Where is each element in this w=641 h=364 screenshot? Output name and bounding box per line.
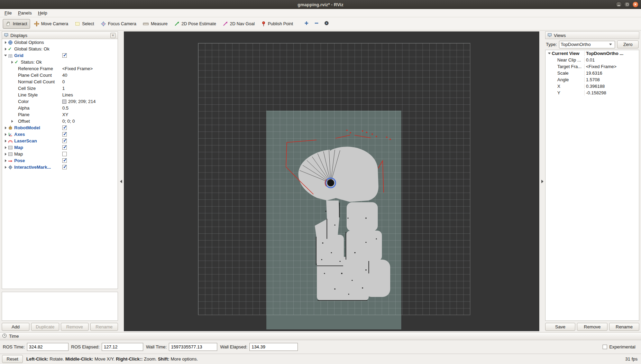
experimental-checkbox[interactable] xyxy=(603,345,607,349)
property-value[interactable]: 1 xyxy=(62,86,65,91)
view-row-angle[interactable]: Angle 1.5708 xyxy=(546,76,639,83)
ros-time-input[interactable] xyxy=(27,343,68,351)
view-row-y[interactable]: Y -0.158298 xyxy=(546,90,639,96)
expand-arrow-icon[interactable] xyxy=(3,159,8,162)
property-row-alpha[interactable]: Alpha 0.5 xyxy=(2,105,118,111)
display-row-map-1[interactable]: Map xyxy=(2,144,118,151)
display-row-map-2[interactable]: Map xyxy=(2,151,118,157)
3d-viewport[interactable] xyxy=(124,31,539,331)
expand-arrow-icon[interactable] xyxy=(3,48,8,50)
time-panel-header[interactable]: Time xyxy=(0,333,641,340)
zero-button[interactable]: Zero xyxy=(617,40,639,48)
display-row-pose[interactable]: Pose xyxy=(2,157,118,164)
displays-panel-header[interactable]: Displays × xyxy=(2,31,118,39)
tool-2d-nav-goal[interactable]: 2D Nav Goal xyxy=(220,19,258,29)
view-row-current-view[interactable]: Current View TopDownOrtho ... xyxy=(546,50,639,57)
property-value[interactable]: 209; 209; 214 xyxy=(68,99,96,104)
tool-measure[interactable]: Measure xyxy=(140,19,171,29)
tool-move-camera[interactable]: Move Camera xyxy=(31,19,71,29)
expand-arrow-icon[interactable] xyxy=(3,41,8,44)
expand-arrow-icon[interactable] xyxy=(3,140,8,142)
display-row-robotmodel[interactable]: RobotModel xyxy=(2,124,118,131)
expand-arrow-icon[interactable] xyxy=(10,120,15,123)
views-panel-header[interactable]: Views xyxy=(545,31,639,39)
expand-arrow-icon[interactable] xyxy=(10,61,15,64)
property-value[interactable]: 0.5 xyxy=(62,105,68,111)
displays-panel-icon xyxy=(4,33,8,38)
expand-arrow-icon[interactable] xyxy=(3,166,8,169)
maximize-button[interactable] xyxy=(624,1,630,8)
rename-button[interactable]: Rename xyxy=(90,323,118,331)
save-button[interactable]: Save xyxy=(545,323,575,331)
display-row-axes[interactable]: Axes xyxy=(2,131,118,138)
property-row-plane[interactable]: Plane XY xyxy=(2,111,118,118)
collapse-arrow-icon[interactable] xyxy=(3,55,8,56)
tool-options-button[interactable] xyxy=(322,19,331,28)
property-row-line-style[interactable]: Line Style Lines xyxy=(2,92,118,98)
close-button[interactable]: × xyxy=(632,1,639,8)
display-row-laserscan[interactable]: LaserScan xyxy=(2,138,118,144)
ros-elapsed-field: ROS Elapsed: xyxy=(71,343,143,351)
expand-arrow-icon[interactable] xyxy=(3,153,8,156)
minimize-button[interactable] xyxy=(616,1,622,8)
remove-button[interactable]: Remove xyxy=(61,323,89,331)
wall-elapsed-input[interactable] xyxy=(249,343,298,351)
visibility-checkbox[interactable] xyxy=(62,125,67,130)
property-row-normal-cell-count[interactable]: Normal Cell Count 0 xyxy=(2,78,118,85)
remove-view-button[interactable]: Remove xyxy=(577,323,607,331)
property-row-cell-size[interactable]: Cell Size 1 xyxy=(2,85,118,92)
visibility-checkbox[interactable] xyxy=(62,165,67,169)
property-value[interactable]: <Fixed Frame> xyxy=(62,66,93,71)
add-button[interactable]: Add xyxy=(2,323,29,331)
remove-tool-button[interactable] xyxy=(312,19,321,28)
wall-time-input[interactable] xyxy=(169,343,217,351)
display-row-grid-status[interactable]: Status: Ok xyxy=(2,59,118,65)
property-value[interactable]: XY xyxy=(62,112,68,117)
property-row-plane-cell-count[interactable]: Plane Cell Count 40 xyxy=(2,72,118,78)
ros-elapsed-input[interactable] xyxy=(102,343,143,351)
color-swatch[interactable] xyxy=(62,100,66,104)
tool-publish-point[interactable]: Publish Point xyxy=(258,19,296,29)
menu-help[interactable]: Help xyxy=(35,9,51,17)
displays-close-icon[interactable]: × xyxy=(110,33,116,38)
visibility-checkbox[interactable] xyxy=(62,53,67,58)
visibility-checkbox[interactable] xyxy=(62,132,67,137)
right-panel-collapse-handle[interactable] xyxy=(539,31,545,331)
menu-panels[interactable]: Panels xyxy=(15,9,35,17)
display-row-global-status[interactable]: Global Status: Ok xyxy=(2,46,118,52)
property-value[interactable]: 40 xyxy=(62,73,67,78)
expand-arrow-icon[interactable] xyxy=(3,127,8,129)
menu-file[interactable]: File xyxy=(1,9,15,17)
property-row-offset[interactable]: Offset 0; 0; 0 xyxy=(2,118,118,124)
duplicate-button[interactable]: Duplicate xyxy=(31,323,59,331)
view-row-near-clip[interactable]: Near Clip ... 0.01 xyxy=(546,57,639,63)
visibility-checkbox[interactable] xyxy=(62,152,67,156)
visibility-checkbox[interactable] xyxy=(62,145,67,150)
expand-arrow-icon[interactable] xyxy=(3,146,8,149)
tool-focus-camera[interactable]: Focus Camera xyxy=(98,19,139,29)
property-row-reference-frame[interactable]: Reference Frame <Fixed Frame> xyxy=(2,65,118,72)
add-tool-button[interactable] xyxy=(302,19,311,28)
view-row-target-frame[interactable]: Target Fra... <Fixed Frame> xyxy=(546,63,639,70)
property-value[interactable]: Lines xyxy=(62,92,73,97)
tool-2d-pose-estimate[interactable]: 2D Pose Estimate xyxy=(172,19,219,29)
display-row-global-options[interactable]: Global Options xyxy=(2,39,118,46)
collapse-arrow-icon[interactable] xyxy=(547,53,552,54)
visibility-checkbox[interactable] xyxy=(62,139,67,143)
left-panel-collapse-handle[interactable] xyxy=(118,31,124,331)
property-value[interactable]: 0; 0; 0 xyxy=(62,119,75,124)
view-row-scale[interactable]: Scale 19.6316 xyxy=(546,70,639,76)
expand-arrow-icon[interactable] xyxy=(3,133,8,136)
display-description-box xyxy=(2,292,118,321)
display-row-grid[interactable]: Grid xyxy=(2,52,118,59)
rename-view-button[interactable]: Rename xyxy=(609,323,639,331)
view-type-combo[interactable]: TopDownOrtho xyxy=(559,41,615,48)
property-row-color[interactable]: Color 209; 209; 214 xyxy=(2,98,118,105)
reset-button[interactable]: Reset xyxy=(2,355,23,363)
view-row-x[interactable]: X 0.396188 xyxy=(546,83,639,90)
display-row-interactive-markers[interactable]: InteractiveMark... xyxy=(2,164,118,170)
property-value[interactable]: 0 xyxy=(62,79,65,84)
tool-select[interactable]: Select xyxy=(72,19,97,29)
visibility-checkbox[interactable] xyxy=(62,158,67,163)
tool-interact[interactable]: Interact xyxy=(3,19,30,29)
